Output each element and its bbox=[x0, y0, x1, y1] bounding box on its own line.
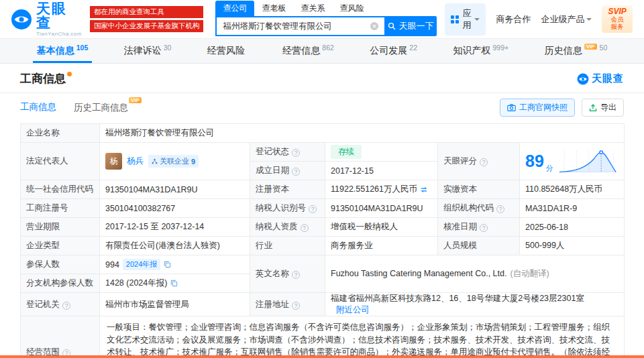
english-name-cell: Fuzhou Tasting Catering Management Co., … bbox=[325, 255, 625, 293]
industry-value: 商务服务业 bbox=[325, 237, 438, 255]
org-code-value: MA31DA1R-9 bbox=[520, 199, 625, 218]
company-name-label: 企业名称 bbox=[21, 124, 100, 143]
nearby-companies-link[interactable]: 附近公司 bbox=[336, 305, 370, 314]
tab-operation-info[interactable]: 经营信息862 bbox=[278, 39, 338, 63]
bottom-banner-edge bbox=[0, 355, 644, 358]
clear-icon[interactable] bbox=[370, 21, 379, 31]
search-tab-relation[interactable]: 查关系 bbox=[293, 1, 332, 16]
copy-icon[interactable] bbox=[164, 261, 171, 268]
legal-rep-link[interactable]: 杨兵 bbox=[127, 156, 144, 167]
reg-address-label: 注册地址? bbox=[250, 293, 325, 316]
tab-company-development[interactable]: 公司发展22 bbox=[366, 39, 421, 63]
camera-icon bbox=[507, 104, 516, 111]
nav-link-products[interactable]: 企业级产品 bbox=[541, 13, 592, 25]
apps-button[interactable]: 应用 bbox=[445, 3, 486, 36]
credit-code-value: 91350104MA31DA1R9U bbox=[100, 180, 250, 199]
established-date-label: 成立日期? bbox=[250, 162, 325, 180]
help-icon[interactable]: ? bbox=[480, 158, 488, 166]
established-date-value: 2017-12-15 bbox=[325, 162, 438, 180]
subtab-history-business-info[interactable]: 历史工商信息 VIP bbox=[74, 102, 142, 114]
reg-status-cell: 存续 bbox=[325, 143, 438, 162]
promo-badges: 都在用的商业查询工具 国家中小企业发展子基金旗下机构 bbox=[90, 6, 204, 32]
promo-badge-2: 国家中小企业发展子基金旗下机构 bbox=[90, 20, 204, 32]
search-tab-risk[interactable]: 查风险 bbox=[332, 1, 371, 16]
annual-report-badge[interactable]: 2024年报 bbox=[123, 259, 160, 270]
help-icon[interactable]: ? bbox=[301, 224, 309, 232]
copy-icon[interactable] bbox=[170, 280, 178, 287]
top-header: 天眼查 TianYanCha.com 都在用的商业查询工具 国家中小企业发展子基… bbox=[0, 0, 644, 38]
legal-rep-avatar[interactable]: 杨 bbox=[105, 153, 122, 170]
help-icon[interactable]: ? bbox=[480, 224, 488, 232]
help-icon[interactable]: ? bbox=[292, 149, 300, 157]
english-name-label: 英文名称? bbox=[250, 255, 325, 293]
status-badge: 存续 bbox=[331, 145, 362, 159]
business-scope-value: 一般项目：餐饮管理；企业管理咨询；信息咨询服务（不含许可类信息咨询服务）；企业形… bbox=[100, 316, 625, 358]
approval-date-value: 2025-06-18 bbox=[520, 218, 625, 237]
business-term-label: 营业期限 bbox=[21, 218, 100, 237]
vip-tag: VIP bbox=[584, 44, 597, 50]
insured-count-cell: 994 2024年报 bbox=[100, 255, 250, 274]
primary-tabs: 基本信息105 法律诉讼30 经营风险 经营信息862 公司发展22 知识产权9… bbox=[0, 38, 644, 64]
tianyancha-logo-icon bbox=[11, 9, 32, 30]
help-icon[interactable]: ? bbox=[62, 302, 70, 310]
reg-number-value: 350104100382767 bbox=[100, 199, 250, 218]
promo-badge-1: 都在用的商业查询工具 bbox=[90, 6, 204, 18]
approval-date-label: 核准日期? bbox=[438, 218, 520, 237]
export-icon bbox=[589, 104, 597, 112]
caret-down-icon bbox=[474, 18, 480, 23]
help-icon[interactable]: ? bbox=[292, 168, 300, 176]
official-snapshot-button[interactable]: 工商官网快照 bbox=[500, 99, 575, 117]
logo-subtext: TianYanCha.com bbox=[36, 32, 82, 37]
company-type-label: 企业类型 bbox=[21, 237, 100, 255]
section-title: 工商信息 bbox=[20, 71, 66, 86]
paid-capital-value: 110.852648万人民币 bbox=[520, 180, 625, 199]
svip-badge[interactable]: SVIP 会员服务 bbox=[602, 5, 632, 34]
taxpayer-id-value: 91350104MA31DA1R9U bbox=[325, 199, 438, 218]
score-chart bbox=[558, 148, 617, 175]
related-companies-badge[interactable]: 关联企业 9 bbox=[148, 155, 199, 168]
top-nav: 应用 商务合作 企业级产品 SVIP 会员服务 此处禁... bbox=[445, 3, 644, 36]
search-area: 查公司 查老板 查关系 查风险 天眼一下 bbox=[215, 2, 437, 36]
tianyancha-logo[interactable]: 天眼查 TianYanCha.com bbox=[11, 1, 82, 37]
taxpayer-quality-value: 增值税一般纳税人 bbox=[325, 218, 438, 237]
search-tab-boss[interactable]: 查老板 bbox=[254, 1, 293, 16]
network-icon bbox=[152, 158, 158, 164]
business-term-value: 2017-12-15 至 2037-12-14 bbox=[100, 218, 250, 237]
help-icon[interactable]: ? bbox=[309, 205, 317, 213]
caret-down-icon bbox=[586, 18, 592, 23]
company-type-value: 有限责任公司(港澳台法人独资) bbox=[100, 237, 250, 255]
legal-rep-label: 法定代表人 bbox=[21, 143, 100, 180]
help-icon[interactable]: ? bbox=[496, 205, 504, 213]
search-button[interactable]: 天眼一下 bbox=[384, 16, 437, 36]
business-info-section: 工商信息 天眼查 工商信息 历史工商信息 VIP 工商官网快照 bbox=[0, 64, 644, 358]
tab-basic-info[interactable]: 基本信息105 bbox=[33, 39, 93, 63]
business-info-table: 企业名称 福州塔斯汀餐饮管理有限公司 法定代表人 杨 杨兵 关联企业 9 bbox=[20, 123, 625, 358]
tianyan-score[interactable]: 89 分 bbox=[525, 148, 619, 175]
org-code-label: 组织机构代码? bbox=[438, 199, 520, 218]
legal-rep-cell: 杨 杨兵 关联企业 9 bbox=[100, 143, 250, 180]
branch-insured-cell: 1428 (2024年报) bbox=[100, 274, 250, 293]
help-icon[interactable]: ? bbox=[292, 302, 300, 310]
reg-capital-cell: 11922.551261万人民币 bbox=[325, 180, 438, 199]
auto-translate-note: (自动翻译) bbox=[510, 269, 549, 278]
insured-count-label: 参保人数 bbox=[21, 255, 100, 274]
currency-convert-icon[interactable] bbox=[420, 186, 428, 194]
apps-grid-icon bbox=[451, 15, 459, 23]
tab-legal-proceedings[interactable]: 法律诉讼30 bbox=[120, 39, 176, 63]
reg-authority-label: 登记机关? bbox=[21, 293, 100, 316]
staff-size-value: 500-999人 bbox=[520, 237, 625, 255]
export-button[interactable]: 导出 bbox=[582, 99, 624, 117]
tab-operation-risk[interactable]: 经营风险 bbox=[203, 39, 251, 63]
search-input[interactable] bbox=[215, 16, 384, 36]
nav-link-cooperation[interactable]: 商务合作 bbox=[496, 13, 531, 25]
help-icon[interactable]: ? bbox=[292, 271, 300, 279]
score-cell: 89 分 bbox=[520, 143, 625, 180]
vip-tag: VIP bbox=[129, 97, 142, 103]
search-tabs: 查公司 查老板 查关系 查风险 bbox=[215, 2, 437, 16]
hot-dot-icon bbox=[67, 72, 72, 76]
watermark-logo: 天眼查 bbox=[577, 72, 624, 85]
tab-intellectual-property[interactable]: 知识产权999+ bbox=[449, 39, 513, 63]
search-tab-company[interactable]: 查公司 bbox=[215, 1, 254, 16]
tab-history-info[interactable]: 历史信息 VIP 50 bbox=[541, 39, 612, 63]
subtab-business-info[interactable]: 工商信息 bbox=[20, 101, 56, 115]
